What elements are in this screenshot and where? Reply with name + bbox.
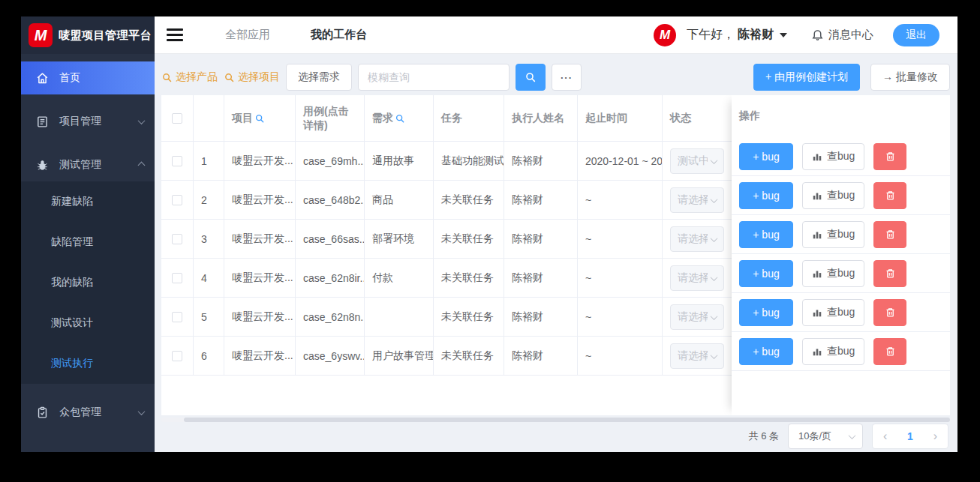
select-product-link[interactable]: 选择产品 <box>161 70 218 84</box>
cell-requirement: 商品 <box>365 181 434 219</box>
status-select[interactable]: 请选择 <box>670 343 724 369</box>
chevron-down-icon <box>711 313 718 320</box>
cell-index: 6 <box>194 337 224 375</box>
sidebar-subitem-my-defects[interactable]: 我的缺陷 <box>21 262 155 303</box>
content-area: 选择产品 选择项目 选择需求 ··· + 由用例创建计划 → 批量修改 <box>155 54 957 452</box>
prev-page-button[interactable]: ‹ <box>883 430 887 442</box>
requirement-search-icon[interactable] <box>395 113 405 124</box>
cell-time: ~ <box>578 220 663 258</box>
operations-row: + bug 查bug <box>732 254 950 293</box>
row-checkbox[interactable] <box>172 156 182 166</box>
cell-time: ~ <box>578 298 663 336</box>
view-bug-button[interactable]: 查bug <box>802 299 864 326</box>
add-bug-button[interactable]: + bug <box>739 182 793 209</box>
hamburger-menu-icon[interactable] <box>167 28 183 41</box>
delete-button[interactable] <box>873 182 906 209</box>
sidebar-item-crowdsourcing[interactable]: 众包管理 <box>21 396 155 429</box>
home-icon <box>36 72 49 85</box>
sidebar-item-label: 项目管理 <box>59 115 101 128</box>
search-icon <box>525 71 537 83</box>
sidebar-item-test-mgmt[interactable]: 测试管理 <box>21 148 155 181</box>
row-checkbox[interactable] <box>172 234 182 244</box>
row-checkbox[interactable] <box>172 312 182 322</box>
view-bug-button[interactable]: 查bug <box>802 182 864 209</box>
status-select[interactable]: 测试中 <box>670 148 724 174</box>
sidebar-subitem-test-design[interactable]: 测试设计 <box>21 303 155 343</box>
more-filters-button[interactable]: ··· <box>552 64 582 91</box>
cell-time: ~ <box>578 337 663 375</box>
sidebar-item-home[interactable]: 首页 <box>21 61 155 94</box>
status-value: 测试中 <box>678 154 708 168</box>
row-checkbox[interactable] <box>172 195 182 205</box>
ellipsis-icon: ··· <box>561 72 573 83</box>
logout-button[interactable]: 退出 <box>893 24 939 46</box>
toolbar-right: + 由用例创建计划 → 批量修改 <box>753 64 950 91</box>
scrollbar-thumb[interactable] <box>184 418 950 422</box>
cell-executor: 陈裕财 <box>504 337 578 375</box>
sidebar-item-partial[interactable] <box>21 448 155 452</box>
col-index <box>194 95 224 141</box>
view-bug-button[interactable]: 查bug <box>802 260 864 287</box>
delete-button[interactable] <box>873 260 906 287</box>
row-checkbox[interactable] <box>172 351 182 361</box>
page-size-value: 10条/页 <box>798 430 831 443</box>
create-plan-button[interactable]: + 由用例创建计划 <box>753 64 860 91</box>
horizontal-scrollbar[interactable] <box>161 418 950 422</box>
next-page-button[interactable]: › <box>933 430 937 442</box>
message-center-link[interactable]: 消息中心 <box>811 28 873 42</box>
trash-icon <box>885 229 896 240</box>
view-bug-button[interactable]: 查bug <box>802 221 864 248</box>
bar-chart-icon <box>812 190 822 201</box>
tab-all-apps[interactable]: 全部应用 <box>225 28 270 42</box>
view-bug-button[interactable]: 查bug <box>802 143 864 170</box>
page-size-select[interactable]: 10条/页 <box>788 424 863 449</box>
cell-time: ~ <box>578 259 663 297</box>
cell-case-link[interactable]: case_62n8ir... <box>296 259 365 297</box>
select-requirement-button[interactable]: 选择需求 <box>286 64 352 91</box>
trash-icon <box>885 346 896 357</box>
add-bug-button[interactable]: + bug <box>739 221 793 248</box>
sidebar-subitem-new-defect[interactable]: 新建缺陷 <box>21 181 155 222</box>
user-greeting[interactable]: 下午好， 陈裕财 <box>687 27 787 43</box>
cell-case-link[interactable]: case_648b2... <box>296 181 365 219</box>
status-select[interactable]: 请选择 <box>670 265 724 291</box>
status-select[interactable]: 请选择 <box>670 304 724 330</box>
batch-edit-button[interactable]: → 批量修改 <box>870 64 950 91</box>
view-bug-button[interactable]: 查bug <box>802 338 864 365</box>
sidebar-subitem-defect-mgmt[interactable]: 缺陷管理 <box>21 222 155 262</box>
status-select[interactable]: 请选择 <box>670 187 724 213</box>
operations-row: + bug 查bug <box>732 332 950 371</box>
add-bug-button[interactable]: + bug <box>739 299 793 326</box>
delete-button[interactable] <box>873 338 906 365</box>
cell-case-link[interactable]: case_6yswv... <box>296 337 365 375</box>
search-input[interactable] <box>358 64 510 91</box>
cell-project: 唛盟云开发... <box>224 298 296 336</box>
delete-button[interactable] <box>873 221 906 248</box>
user-avatar[interactable]: M <box>654 24 676 46</box>
delete-button[interactable] <box>873 143 906 170</box>
project-search-icon[interactable] <box>254 113 265 124</box>
status-select[interactable]: 请选择 <box>670 226 724 252</box>
add-bug-button[interactable]: + bug <box>739 338 793 365</box>
add-bug-button[interactable]: + bug <box>739 260 793 287</box>
add-bug-button[interactable]: + bug <box>739 143 793 170</box>
tab-my-workbench[interactable]: 我的工作台 <box>311 28 367 42</box>
select-all-checkbox[interactable] <box>172 113 182 124</box>
cell-requirement: 部署环境 <box>365 220 434 258</box>
sidebar-subitem-test-execution[interactable]: 测试执行 <box>21 343 155 384</box>
operations-row: + bug 查bug <box>732 137 950 176</box>
chevron-down-icon <box>711 196 718 203</box>
cell-case-link[interactable]: case_69mh... <box>296 142 365 180</box>
sidebar-item-project-mgmt[interactable]: 项目管理 <box>21 105 155 138</box>
select-project-link[interactable]: 选择项目 <box>224 70 280 84</box>
app-title: 唛盟项目管理平台 <box>59 28 152 43</box>
delete-button[interactable] <box>873 299 906 326</box>
cell-case-link[interactable]: case_66sas... <box>296 220 365 258</box>
chevron-down-icon <box>711 274 718 281</box>
cell-case-link[interactable]: case_62n8n... <box>296 298 365 336</box>
current-page-button[interactable]: 1 <box>907 430 913 442</box>
dropdown-caret-icon <box>780 33 787 37</box>
cell-executor: 陈裕财 <box>504 259 578 297</box>
row-checkbox[interactable] <box>172 273 182 283</box>
search-button[interactable] <box>516 64 546 91</box>
